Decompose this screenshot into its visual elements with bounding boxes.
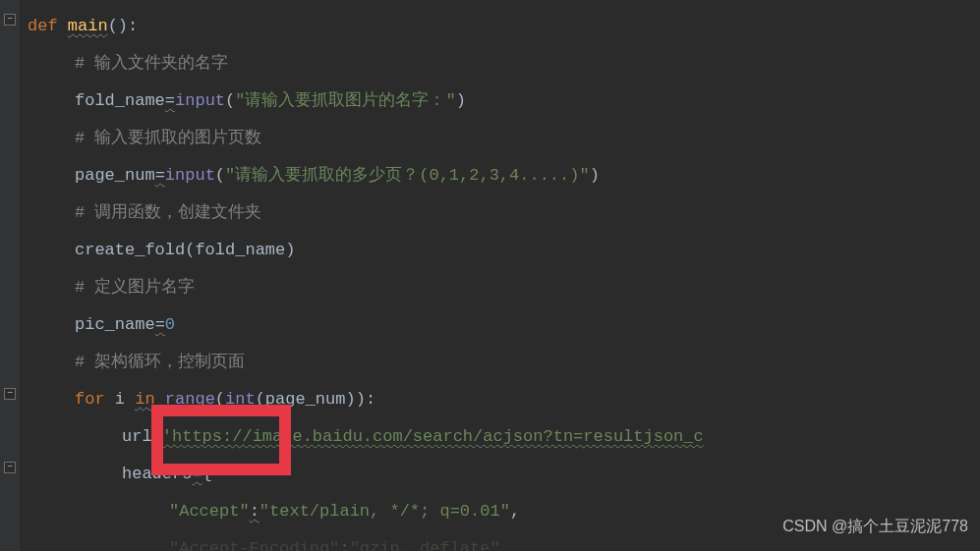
code-line[interactable]: # 定义图片名字 <box>28 269 980 306</box>
colon: : <box>339 535 349 551</box>
fold-marker-icon[interactable]: − <box>4 462 16 473</box>
comment: # 调用函数，创建文件夹 <box>75 199 261 226</box>
paren: ( <box>225 87 235 114</box>
argument: fold_name <box>195 237 285 263</box>
dict-key: "Accept-Encoding" <box>169 535 339 551</box>
paren: ) <box>590 162 600 189</box>
paren: ( <box>256 386 265 413</box>
code-line[interactable]: create_fold(fold_name) <box>28 232 980 269</box>
operator: = <box>192 461 202 487</box>
operator: = <box>165 87 175 114</box>
parens: (): <box>108 13 139 39</box>
paren: ( <box>215 386 225 413</box>
code-editor[interactable]: − − − def main(): # 输入文件夹的名字 fold_name=i… <box>0 0 980 551</box>
code-area[interactable]: def main(): # 输入文件夹的名字 fold_name=input("… <box>20 0 980 551</box>
variable: fold_name <box>75 87 165 114</box>
operator: = <box>155 162 165 189</box>
paren: ( <box>215 162 225 189</box>
function-name: main <box>68 13 108 39</box>
fold-marker-icon[interactable]: − <box>4 388 16 400</box>
fold-marker-icon[interactable]: − <box>4 14 16 26</box>
comment: # 输入文件夹的名字 <box>75 50 228 77</box>
code-line[interactable]: # 架构循环，控制页面 <box>28 344 980 381</box>
builtin: int <box>225 386 256 413</box>
code-line[interactable]: def main(): <box>28 8 980 45</box>
keyword-in: in <box>135 386 154 413</box>
paren: ( <box>185 237 195 263</box>
function-call: create_fold <box>75 237 185 263</box>
variable: url <box>122 423 152 450</box>
argument: page_num <box>265 386 346 413</box>
variable: i <box>115 386 125 413</box>
number-literal: 0 <box>165 311 175 338</box>
code-line[interactable]: url='https://image.baidu.com/search/acjs… <box>28 418 980 456</box>
operator: = <box>155 311 165 338</box>
code-line[interactable]: fold_name=input("请输入要抓取图片的名字：") <box>28 83 980 120</box>
paren: ) <box>456 87 466 114</box>
comment: # 输入要抓取的图片页数 <box>75 125 261 151</box>
string-literal: 'https://image.baidu.com/search/acjson?t… <box>162 423 704 450</box>
code-line[interactable]: # 调用函数，创建文件夹 <box>28 194 980 232</box>
operator: = <box>152 423 162 450</box>
string-literal: "请输入要抓取图片的名字：" <box>235 87 455 114</box>
code-line[interactable]: # 输入文件夹的名字 <box>28 45 980 83</box>
string-literal: "请输入要抓取的多少页？(0,1,2,3,4.....)" <box>225 162 590 189</box>
dict-key: "Accept" <box>169 498 250 524</box>
colon: : <box>250 498 259 524</box>
keyword-for: for <box>75 386 105 413</box>
code-line[interactable]: pic_name=0 <box>28 306 980 344</box>
brace: { <box>202 461 212 487</box>
code-line[interactable]: # 输入要抓取的图片页数 <box>28 120 980 157</box>
code-line[interactable]: for i in range(int(page_num)): <box>28 381 980 418</box>
builtin: range <box>165 386 215 413</box>
comment: # 定义图片名字 <box>75 274 195 301</box>
watermark: CSDN @搞个土豆泥泥778 <box>782 514 968 539</box>
builtin: input <box>175 87 225 114</box>
variable: pic_name <box>75 311 155 338</box>
keyword-def: def <box>28 13 58 39</box>
dict-value: "gzip, deflate" <box>350 535 500 551</box>
variable: page_num <box>75 162 155 189</box>
code-line[interactable]: headers={ <box>28 456 980 493</box>
code-line[interactable]: page_num=input("请输入要抓取的多少页？(0,1,2,3,4...… <box>28 157 980 194</box>
gutter: − − − <box>0 0 20 551</box>
comment: # 架构循环，控制页面 <box>75 349 245 375</box>
comma: , <box>510 498 520 524</box>
builtin: input <box>165 162 215 189</box>
paren: ) <box>285 237 295 263</box>
variable: headers <box>122 461 192 487</box>
dict-value: "text/plain, */*; q=0.01" <box>259 498 510 524</box>
paren: )): <box>345 386 375 413</box>
